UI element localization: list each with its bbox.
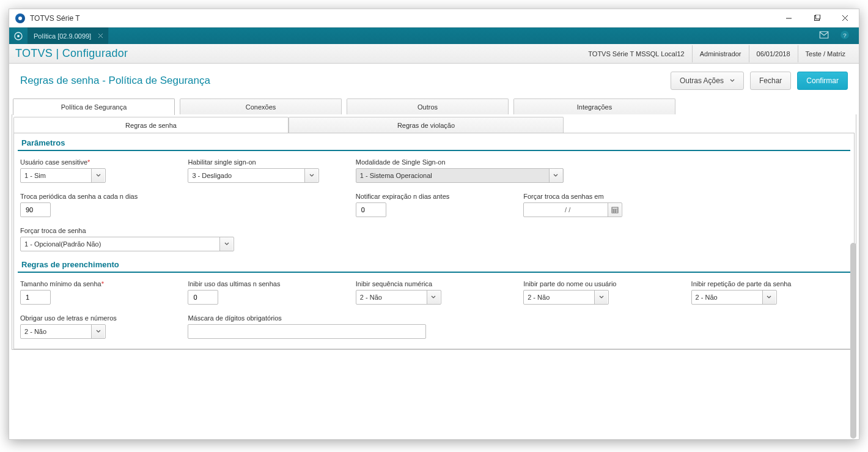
- svg-text:?: ?: [843, 32, 847, 39]
- tab-label: Integrações: [577, 103, 612, 111]
- tab-integracoes[interactable]: Integrações: [513, 98, 675, 114]
- calendar-icon[interactable]: [608, 203, 621, 217]
- label-forcar-troca: Forçar troca de senha: [20, 227, 345, 234]
- chevron-down-icon: [91, 325, 105, 338]
- chevron-down-icon: [549, 169, 562, 182]
- label-sso-mode: Modalidade de Single Sign-on: [356, 158, 680, 166]
- select-case-sensitive[interactable]: 1 - Sim: [20, 168, 106, 183]
- app-header: TOTVS | Configurador TOTVS Série T MSSQL…: [9, 44, 859, 64]
- maximize-button[interactable]: [803, 9, 831, 28]
- help-icon[interactable]: ?: [839, 29, 850, 42]
- chevron-down-icon: [91, 169, 105, 182]
- section-regras-preenchimento: Regras de preenchimento: [18, 255, 850, 273]
- close-button[interactable]: [831, 9, 859, 28]
- svg-rect-2: [815, 15, 820, 19]
- app-icon: [15, 13, 25, 23]
- label-sso-enable: Habilitar single sign-on: [188, 158, 344, 166]
- content-area: Política de Segurança Conexões Outros In…: [9, 97, 859, 439]
- input-forcar-troca-em[interactable]: / /: [523, 202, 622, 217]
- select-value: 3 - Desligado: [192, 172, 304, 179]
- select-inibir-repet[interactable]: 2 - Não: [691, 290, 777, 305]
- select-value: 2 - Não: [360, 294, 427, 301]
- input-troca-periodica[interactable]: [20, 202, 51, 217]
- page-header: Regras de senha - Política de Segurança …: [9, 64, 859, 97]
- chevron-down-icon: [730, 78, 735, 83]
- label-tam-min: Tamanho mínimo da senha: [20, 280, 177, 287]
- tabs-level1: Política de Segurança Conexões Outros In…: [12, 98, 856, 114]
- close-icon[interactable]: [96, 32, 105, 40]
- close-page-label: Fechar: [759, 76, 782, 85]
- tab-regras-violacao[interactable]: Regras de violação: [289, 117, 564, 133]
- label-notif-exp: Notificar expiração n dias antes: [356, 193, 512, 200]
- select-value: 1 - Sim: [24, 172, 91, 179]
- label-inibir-repet: Inibir repetição de parte da senha: [691, 280, 848, 287]
- tab-label: Regras de senha: [125, 122, 177, 129]
- page-title: Regras de senha - Política de Segurança: [20, 75, 210, 87]
- chevron-down-icon: [427, 291, 440, 304]
- document-tab-label: Política [02.9.0099]: [34, 32, 91, 40]
- window-title: TOTVS Série T: [30, 14, 80, 23]
- tab-label: Política de Segurança: [61, 103, 127, 111]
- tab-label: Regras de violação: [397, 122, 455, 129]
- select-inibir-seq[interactable]: 2 - Não: [356, 290, 441, 305]
- input-inibir-ultimas[interactable]: [188, 290, 218, 305]
- select-inibir-nome[interactable]: 2 - Não: [523, 290, 609, 305]
- label-mascara: Máscara de dígitos obrigatórios: [188, 314, 512, 322]
- chevron-down-icon: [762, 291, 776, 304]
- minimize-button[interactable]: [774, 9, 803, 28]
- section-parametros: Parâmetros: [18, 133, 850, 151]
- select-value: 1 - Sistema Operacional: [360, 172, 549, 179]
- input-notif-exp[interactable]: [356, 202, 386, 217]
- label-inibir-nome: Inibir parte do nome ou usuário: [523, 280, 680, 287]
- select-value: 2 - Não: [696, 294, 762, 301]
- svg-rect-11: [612, 207, 618, 213]
- confirm-button[interactable]: Confirmar: [797, 72, 848, 90]
- label-troca-periodica: Troca periódica da senha a cada n dias: [20, 193, 177, 200]
- branch-label: Teste / Matriz: [798, 45, 853, 62]
- document-tab[interactable]: Política [02.9.0099]: [28, 28, 109, 44]
- tab-outros[interactable]: Outros: [347, 98, 509, 114]
- tab-conexoes[interactable]: Conexões: [180, 98, 342, 114]
- env-label: TOTVS Série T MSSQL Local12: [581, 45, 691, 62]
- svg-point-6: [17, 35, 20, 37]
- tab-politica-seguranca[interactable]: Política de Segurança: [13, 98, 175, 115]
- label-forcar-troca-em: Forçar troca da senhas em: [523, 193, 680, 200]
- chevron-down-icon: [219, 237, 233, 251]
- date-label: 06/01/2018: [749, 45, 798, 62]
- home-button[interactable]: [9, 28, 28, 44]
- label-inibir-ultimas: Inibir uso das ultimas n senhas: [188, 280, 344, 287]
- select-value: 2 - Não: [528, 294, 594, 301]
- chevron-down-icon: [594, 291, 608, 304]
- user-label: Administrador: [692, 45, 749, 62]
- date-value: / /: [528, 206, 608, 213]
- chevron-down-icon: [304, 169, 318, 182]
- label-obrigar-letras: Obrigar uso de letras e números: [20, 314, 177, 322]
- tab-label: Conexões: [246, 103, 276, 111]
- select-value: 2 - Não: [24, 328, 91, 335]
- input-tam-min[interactable]: [20, 290, 51, 305]
- title-bar: TOTVS Série T: [9, 9, 859, 28]
- other-actions-label: Outras Ações: [680, 76, 724, 85]
- tabs-level2: Regras de senha Regras de violação: [13, 117, 855, 133]
- confirm-label: Confirmar: [806, 76, 839, 85]
- label-case-sensitive: Usuário case sensitive: [20, 158, 177, 166]
- select-sso-mode[interactable]: 1 - Sistema Operacional: [356, 168, 564, 183]
- label-inibir-seq: Inibir sequência numérica: [356, 280, 512, 287]
- select-obrigar-letras[interactable]: 2 - Não: [20, 324, 106, 339]
- select-sso-enable[interactable]: 3 - Desligado: [188, 168, 319, 183]
- document-tabstrip: Política [02.9.0099] ?: [9, 28, 859, 44]
- close-page-button[interactable]: Fechar: [750, 72, 791, 90]
- mail-icon[interactable]: [818, 29, 829, 42]
- scrollbar-thumb[interactable]: [850, 243, 856, 439]
- select-forcar-troca[interactable]: 1 - Opcional(Padrão Não): [20, 237, 234, 251]
- tab-label: Outros: [417, 103, 438, 111]
- other-actions-button[interactable]: Outras Ações: [671, 72, 744, 90]
- input-mascara[interactable]: [188, 324, 426, 339]
- tab-regras-senha[interactable]: Regras de senha: [13, 117, 289, 133]
- select-value: 1 - Opcional(Padrão Não): [24, 240, 219, 248]
- app-title: TOTVS | Configurador: [15, 47, 128, 60]
